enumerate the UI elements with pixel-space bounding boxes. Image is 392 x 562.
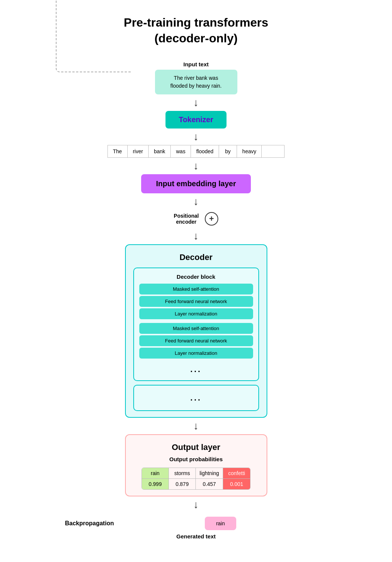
output-outer: Output layer Output probabilities rain 0… <box>125 434 267 496</box>
output-title: Output layer <box>172 442 221 452</box>
arrow-2: ↓ <box>194 132 199 142</box>
feed-forward-1: Feed forward neural network <box>139 296 253 307</box>
extra-decoder-box: ... <box>133 385 259 411</box>
arrow-5: ↓ <box>194 231 199 241</box>
arrow-6: ↓ <box>194 421 199 431</box>
embedding-label: Input embedding layer <box>156 179 236 188</box>
masked-self-attention-1: Masked self-attention <box>139 284 253 294</box>
feed-forward-2: Feed forward neural network <box>139 335 253 346</box>
token-cell-7 <box>262 145 284 157</box>
tokenizer-box: Tokenizer <box>165 111 227 129</box>
decoder-title: Decoder <box>179 253 212 262</box>
layer-norm-2: Layer normalization <box>139 348 253 359</box>
decoder-block-dots: ... <box>190 365 201 374</box>
token-cell-5: by <box>219 145 237 157</box>
prob-val-0: 0.999 <box>142 478 168 489</box>
generated-word: rain <box>216 520 225 526</box>
tokenizer-label: Tokenizer <box>179 115 213 124</box>
arrow-1: ↓ <box>194 97 199 108</box>
token-cell-3: was <box>171 145 191 157</box>
prob-word-1: storms <box>169 468 195 478</box>
prob-col-1: storms 0.879 <box>169 468 196 489</box>
token-row: The river bank was flooded by heavy <box>107 145 285 158</box>
prob-col-2: lightning 0.457 <box>196 468 223 489</box>
masked-self-attention-2: Masked self-attention <box>139 323 253 334</box>
extra-dots: ... <box>190 393 201 403</box>
token-cell-6: heavy <box>237 145 262 157</box>
arrow-4: ↓ <box>194 196 199 207</box>
layer-norm-1: Layer normalization <box>139 308 253 319</box>
prob-val-3: 0.001 <box>223 478 250 489</box>
input-text-box: The river bank was flooded by heavy rain… <box>155 70 237 94</box>
input-text-label: Input text <box>183 61 209 67</box>
backprop-box: rain <box>205 517 236 530</box>
prob-word-0: rain <box>142 468 168 478</box>
output-prob-title: Output probabilities <box>169 456 223 462</box>
embedding-box: Input embedding layer <box>141 174 251 193</box>
prob-word-3: confetti <box>223 468 250 478</box>
prob-word-2: lightning <box>196 468 223 478</box>
generated-text-label: Generated text <box>176 533 216 540</box>
plus-circle: + <box>205 212 218 226</box>
arrow-3: ↓ <box>194 161 199 171</box>
decoder-block: Decoder block Masked self-attention Feed… <box>133 268 259 381</box>
arrow-7: ↓ <box>194 499 199 510</box>
input-text-content: The river bank was flooded by heavy rain… <box>170 75 222 89</box>
token-cell-2: bank <box>149 145 171 157</box>
prob-table: rain 0.999 storms 0.879 lightning 0.457 … <box>142 468 250 490</box>
decoder-outer: Decoder Decoder block Masked self-attent… <box>125 244 267 418</box>
positional-encoder-label: Positionalencoder <box>174 213 199 225</box>
decoder-block-title: Decoder block <box>177 274 215 280</box>
backprop-label: Backpropagation <box>65 520 114 527</box>
token-cell-1: river <box>128 145 149 157</box>
prob-val-2: 0.457 <box>196 478 223 489</box>
sub-block-group-2: Masked self-attention Feed forward neura… <box>139 323 253 359</box>
positional-encoder-row: Positionalencoder + <box>174 212 218 226</box>
token-cell-4: flooded <box>191 145 219 157</box>
prob-col-0: rain 0.999 <box>142 468 169 489</box>
sub-block-group-1: Masked self-attention Feed forward neura… <box>139 284 253 319</box>
page-container: Pre-training transformers (decoder-only)… <box>0 0 392 562</box>
prob-val-1: 0.879 <box>169 478 195 489</box>
page-title: Pre-training transformers (decoder-only) <box>124 15 268 46</box>
token-cell-0: The <box>108 145 128 157</box>
plus-symbol: + <box>209 214 214 224</box>
prob-col-3: confetti 0.001 <box>223 468 250 489</box>
backprop-row: Backpropagation rain <box>65 517 327 530</box>
